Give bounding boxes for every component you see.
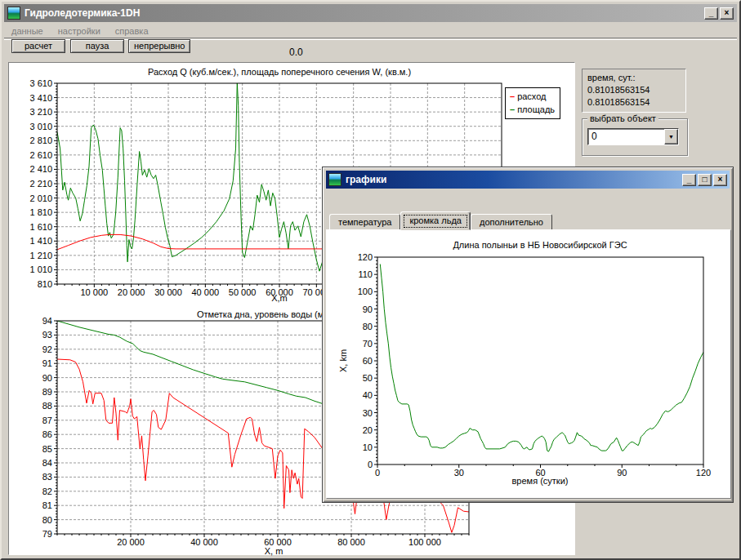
svg-text:60: 60: [363, 356, 373, 366]
svg-text:3 210: 3 210: [29, 107, 52, 117]
svg-text:100 000: 100 000: [408, 537, 441, 547]
svg-text:91: 91: [42, 358, 52, 368]
svg-text:82: 82: [42, 487, 52, 496]
svg-text:40: 40: [363, 390, 373, 400]
menu-bar: данные настройки справка: [4, 24, 737, 38]
time-caption: время, сут.:: [587, 72, 681, 84]
menu-item-data[interactable]: данные: [4, 24, 51, 38]
svg-text:80: 80: [42, 515, 52, 525]
svg-text:80: 80: [363, 322, 373, 331]
graphs-window-title: графики: [346, 174, 681, 185]
svg-text:10 000: 10 000: [81, 287, 109, 297]
svg-text:0: 0: [375, 468, 380, 478]
window-title: Гидроледотермика-1DH: [25, 7, 703, 19]
svg-text:87: 87: [42, 416, 52, 425]
main-window: Гидроледотермика-1DH _ × данные настройк…: [0, 0, 741, 560]
polynya-chart: 03060901200102030405060708090100110120Дл…: [327, 230, 732, 500]
status-value: 0.0: [289, 47, 303, 58]
ice-edge-tab-page: 03060901200102030405060708090100110120Дл…: [326, 229, 731, 499]
continuous-button[interactable]: непрерывно: [128, 39, 190, 53]
svg-text:810: 810: [38, 279, 52, 289]
object-combobox[interactable]: 0 ▼: [587, 128, 679, 145]
svg-text:81: 81: [42, 500, 52, 510]
app-icon: [7, 7, 20, 20]
svg-text:1 610: 1 610: [29, 222, 52, 232]
svg-text:X, km: X, km: [338, 349, 348, 372]
svg-text:70: 70: [363, 339, 373, 349]
time-value: 0.81018563154: [587, 96, 681, 109]
graphs-tab-bar: температура кромка льда дополнительно: [329, 211, 552, 230]
svg-text:110: 110: [358, 269, 373, 279]
menu-item-settings[interactable]: настройки: [51, 24, 108, 38]
svg-text:90: 90: [42, 373, 52, 383]
object-group-label: выбрать объект: [587, 113, 658, 123]
legend-dash-icon: –: [510, 91, 515, 101]
svg-text:79: 79: [42, 529, 52, 539]
svg-text:0: 0: [368, 460, 373, 469]
tab-temperature[interactable]: температура: [329, 214, 400, 230]
chevron-down-icon[interactable]: ▼: [664, 129, 678, 144]
svg-text:30: 30: [454, 468, 464, 478]
svg-text:120: 120: [358, 252, 373, 262]
svg-text:2 010: 2 010: [29, 193, 52, 203]
svg-text:20: 20: [363, 425, 373, 435]
svg-text:120: 120: [696, 468, 711, 478]
svg-text:1 010: 1 010: [29, 264, 52, 274]
close-icon[interactable]: ×: [713, 174, 727, 186]
svg-text:80 000: 80 000: [337, 537, 365, 547]
time-panel: время, сут.: 0.81018563154 0.81018563154: [582, 69, 686, 113]
legend-item-area: –площадь: [510, 103, 555, 116]
svg-text:50 000: 50 000: [229, 287, 257, 297]
menu-item-help[interactable]: справка: [108, 24, 156, 38]
svg-text:время (сутки): время (сутки): [512, 476, 569, 486]
svg-text:40 000: 40 000: [190, 537, 218, 547]
svg-text:90: 90: [363, 304, 373, 314]
legend-label: расход: [517, 91, 546, 101]
svg-text:89: 89: [42, 387, 52, 397]
svg-text:2 210: 2 210: [29, 179, 52, 189]
maximize-icon[interactable]: □: [698, 174, 712, 186]
svg-text:2 810: 2 810: [29, 136, 52, 145]
legend-item-discharge: –расход: [510, 90, 555, 103]
svg-text:88: 88: [42, 401, 52, 411]
svg-text:X, m: X, m: [265, 546, 283, 556]
close-icon[interactable]: ×: [720, 7, 734, 20]
tab-additional[interactable]: дополнительно: [471, 214, 552, 230]
legend-dash-icon: –: [510, 104, 515, 114]
svg-text:1 210: 1 210: [29, 251, 52, 260]
graphs-title-bar[interactable]: графики _ □ ×: [326, 171, 730, 189]
tab-ice-edge[interactable]: кромка льда: [400, 211, 471, 230]
svg-text:X,m: X,m: [271, 293, 288, 303]
svg-text:1 410: 1 410: [29, 236, 52, 246]
svg-text:3 010: 3 010: [29, 122, 52, 131]
svg-text:3 410: 3 410: [29, 93, 52, 103]
svg-text:85: 85: [42, 444, 52, 454]
svg-text:30 000: 30 000: [154, 287, 182, 297]
svg-text:20 000: 20 000: [118, 287, 145, 297]
svg-text:92: 92: [42, 344, 52, 354]
svg-text:94: 94: [42, 316, 52, 326]
calc-button[interactable]: расчет: [11, 39, 65, 53]
svg-text:84: 84: [42, 458, 52, 468]
series-длина полыньи: [380, 264, 703, 452]
object-select-group: выбрать объект 0 ▼: [582, 118, 688, 156]
svg-text:2 410: 2 410: [29, 164, 52, 174]
svg-text:100: 100: [358, 287, 373, 296]
svg-text:1 810: 1 810: [29, 207, 52, 217]
pause-button[interactable]: пауза: [70, 39, 124, 53]
svg-text:50: 50: [363, 373, 373, 383]
svg-text:86: 86: [42, 429, 52, 439]
minimize-icon[interactable]: _: [704, 7, 718, 20]
main-title-bar[interactable]: Гидроледотермика-1DH _ ×: [4, 4, 737, 22]
combobox-value: 0: [588, 129, 664, 144]
legend-label: площадь: [517, 104, 555, 114]
minimize-icon[interactable]: _: [682, 174, 696, 186]
svg-text:3 610: 3 610: [29, 78, 52, 88]
chart-legend: –расход –площадь: [505, 87, 560, 119]
svg-text:10: 10: [363, 442, 373, 452]
svg-text:93: 93: [42, 330, 52, 340]
graphs-window: графики _ □ × температура кромка льда до…: [322, 167, 734, 503]
svg-text:30: 30: [363, 408, 373, 418]
svg-text:20 000: 20 000: [117, 537, 145, 547]
graphs-window-icon: [328, 173, 341, 186]
